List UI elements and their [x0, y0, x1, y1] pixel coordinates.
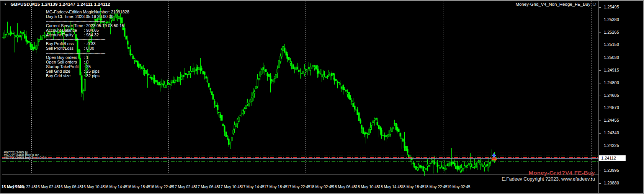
- price-axis-label: 1.25265: [604, 30, 619, 34]
- price-axis-label: 1.24225: [604, 143, 619, 148]
- ea-panel-row: ----------------------------------------…: [46, 19, 116, 24]
- ea-branding-copyright: E.Fadeev Copyright ?2023, www.efadeev.ru: [502, 176, 595, 182]
- window-frame-top: [0, 0, 644, 1]
- price-axis-label: 1.25150: [604, 42, 619, 47]
- ea-panel-row: Account Balance: 984.65: [46, 28, 129, 33]
- price-axis-label: 1.25030: [604, 55, 619, 60]
- ea-branding-title: Money-Grid?V4 FE-Buy: [502, 170, 595, 176]
- price-axis[interactable]: 1.24112 1.254951.253801.252651.251501.25…: [599, 0, 644, 194]
- symbol-dropdown-icon[interactable]: ▼: [4, 3, 7, 6]
- price-axis-label: 1.24800: [604, 80, 619, 85]
- price-axis-label: 1.24685: [604, 93, 619, 98]
- ea-name-label: Money-Grid_V4_Non_Hedge_FE_Buy: [440, 2, 590, 7]
- price-axis-label: 1.25380: [604, 17, 619, 22]
- window-frame-left: [0, 0, 0, 194]
- symbol-period-label: GBPUSD,M15: [11, 2, 40, 7]
- price-axis-label: 1.24915: [604, 68, 619, 72]
- ea-panel-row: Current Server Time: 2023.05.19 03:50:15: [46, 24, 129, 28]
- time-axis-label: 19 May 02:45: [443, 185, 474, 189]
- ea-panel-row: Sell Grid size: 25 pips: [46, 69, 129, 74]
- price-axis-label: 1.25495: [604, 5, 619, 9]
- chart-quote-row: ▼ GBPUSD,M15 1.24139 1.24147 1.24111 1.2…: [4, 2, 110, 7]
- ea-panel-row: Account Equity: 984.32: [46, 33, 129, 37]
- price-axis-label: 1.24570: [604, 105, 619, 110]
- ea-panel-row: Startup TakeProfit: 25: [46, 65, 129, 69]
- ea-panel-row: Day:5 CL Time: 2023.05.19 20:00:00: [46, 15, 129, 19]
- ea-branding: Money-Grid?V4 FE-Buy E.Fadeev Copyright …: [502, 170, 595, 182]
- time-axis[interactable]: 15 May 202315 May 22:4516 May 02:4516 Ma…: [0, 183, 599, 191]
- price-axis-label: 1.23995: [604, 168, 619, 173]
- ea-smiley-icon[interactable]: ☺: [592, 1, 597, 7]
- current-price-box: 1.24112: [599, 155, 626, 161]
- ea-comment-panel: MG-Fadeev-Edition MagicNumber: 21091828D…: [46, 10, 129, 78]
- price-axis-label: 1.23880: [604, 181, 619, 185]
- mt4-chart-window: ▼ GBPUSD,M15 1.24139 1.24147 1.24111 1.2…: [0, 0, 644, 194]
- price-axis-label: 1.24340: [604, 130, 619, 135]
- window-frame-left-inner: [2, 1, 2, 193]
- ea-panel-row: Sell Profit/Loss: 0.00: [46, 46, 129, 51]
- ea-panel-row: Buy Grid size: 32 pips: [46, 74, 129, 78]
- price-axis-label: 1.24455: [604, 118, 619, 122]
- quote-ohlc-values: 1.24139 1.24147 1.24111 1.24112: [41, 2, 110, 7]
- order-line-label: #677213468 buy limit 0.04: [4, 155, 46, 160]
